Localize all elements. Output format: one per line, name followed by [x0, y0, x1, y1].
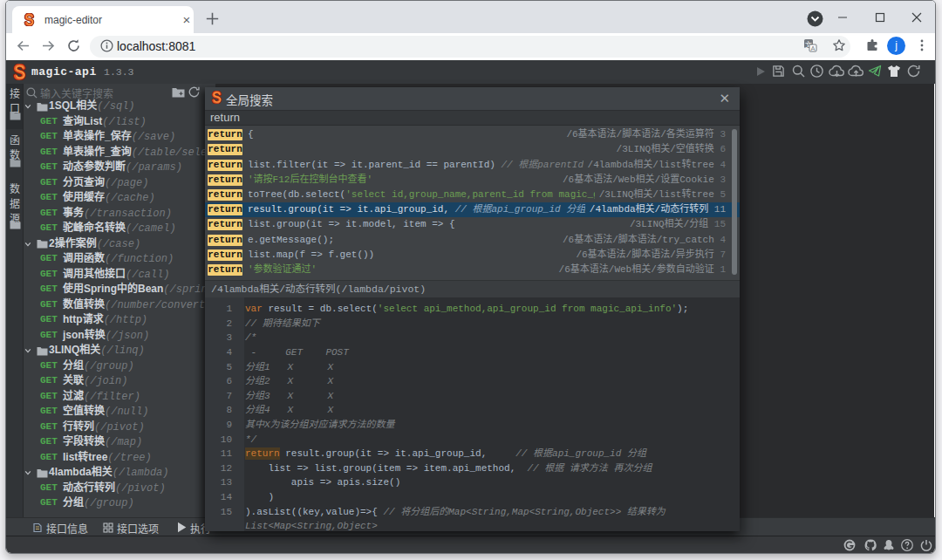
svg-text:A: A [810, 44, 815, 52]
